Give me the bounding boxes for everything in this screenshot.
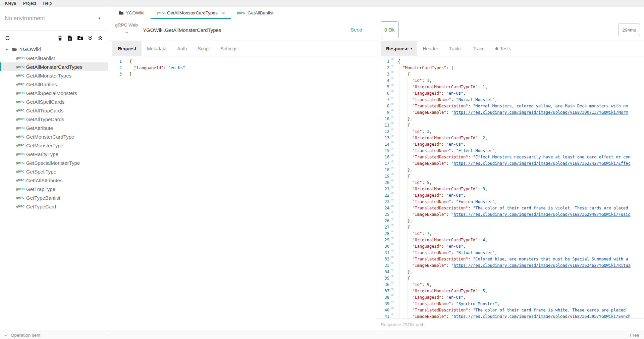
line-number: 33 bbox=[376, 262, 389, 269]
explorer-item[interactable]: gRPCGetRarityType bbox=[0, 150, 108, 158]
explorer-item[interactable]: gRPCGetSpecialMonsterType bbox=[0, 158, 108, 167]
explorer-item[interactable]: gRPCGetAllBanlist bbox=[0, 54, 108, 62]
tab-script[interactable]: Script bbox=[192, 41, 215, 56]
item-label: GetMonsterCardType bbox=[26, 134, 74, 140]
tab-request[interactable]: Request bbox=[112, 41, 142, 56]
explorer-item[interactable]: gRPCGetAllSpecialMonsters bbox=[0, 89, 108, 97]
code-line: }, bbox=[398, 269, 631, 275]
explorer-toolbar bbox=[0, 31, 108, 45]
refresh-icon[interactable] bbox=[5, 35, 10, 41]
explorer-item[interactable]: gRPCGetAllTypeCards bbox=[0, 115, 108, 124]
code-line: "Id": 1, bbox=[398, 78, 631, 84]
menu-kreya[interactable]: Kreya bbox=[5, 1, 16, 6]
line-number: 23 bbox=[376, 199, 389, 205]
line-number: 7 bbox=[376, 97, 389, 103]
code-line: "LanguageId": "en-Us" bbox=[129, 65, 185, 71]
explorer-item[interactable]: gRPCGetAllMonsterTypes bbox=[0, 71, 108, 80]
explorer-item[interactable]: gRPCGetAllTrapCards bbox=[0, 106, 108, 115]
code-line: }, bbox=[398, 218, 631, 224]
tab-trace[interactable]: Trace bbox=[468, 41, 490, 56]
line-number: 37 bbox=[376, 288, 389, 294]
line-number: 26 bbox=[376, 218, 389, 224]
tab-header[interactable]: Header bbox=[417, 41, 443, 56]
tab-metadata[interactable]: Metadata bbox=[142, 41, 172, 56]
line-number: 10 bbox=[376, 116, 389, 122]
response-code: { "MonsterCardTypes": [ { "Id": 1, "Orig… bbox=[398, 58, 631, 318]
explorer-item[interactable]: gRPCGetTypeBanlist bbox=[0, 193, 108, 202]
response-json-path-input[interactable]: Response JSON path bbox=[376, 318, 644, 331]
line-number: 22 bbox=[376, 192, 389, 199]
send-button[interactable]: Send bbox=[351, 27, 362, 33]
grpc-badge: gRPC bbox=[16, 100, 26, 103]
grpc-badge: gRPC bbox=[16, 109, 26, 112]
expand-all-icon[interactable] bbox=[87, 35, 93, 41]
grpc-badge: gRPC bbox=[16, 152, 26, 156]
explorer-item[interactable]: gRPCGetAllSpellCards bbox=[0, 97, 108, 106]
line-number: 11 bbox=[376, 122, 389, 129]
explorer-item[interactable]: gRPCGetMonsterCardType bbox=[0, 132, 108, 141]
tab-getallmonstercardtypes[interactable]: gRPC GetAllMonsterCardTypes × bbox=[151, 7, 231, 19]
tab-settings[interactable]: Settings bbox=[215, 41, 243, 56]
explorer-item[interactable]: gRPCGetTypeCard bbox=[0, 202, 108, 211]
item-label: GetAllMonsterTypes bbox=[26, 73, 71, 79]
response-duration-badge: 294ms bbox=[618, 23, 640, 36]
menu-help[interactable]: Help bbox=[43, 1, 52, 6]
statusbar: ✓ Operation sent Free bbox=[0, 331, 644, 339]
tab-ygowiki[interactable]: YGOWiki bbox=[113, 7, 151, 19]
folder-plus-icon[interactable] bbox=[77, 35, 83, 41]
collapse-all-icon[interactable] bbox=[97, 35, 103, 41]
trash-icon[interactable] bbox=[57, 35, 63, 41]
code-line: "TranslatedDescription": "Normal Monster… bbox=[398, 103, 631, 109]
line-number: 14 bbox=[376, 141, 389, 148]
code-line: "ImageExample": "https://res.cloudinary.… bbox=[398, 211, 631, 218]
code-line: "ImageExample": "https://res.cloudinary.… bbox=[398, 109, 631, 116]
status-message: Operation sent bbox=[11, 333, 41, 338]
explorer-item[interactable]: gRPCGetAttribute bbox=[0, 124, 108, 132]
grpc-badge: gRPC bbox=[16, 144, 26, 147]
caret-down-icon: ▾ bbox=[411, 47, 412, 50]
item-label: GetAllTypeCards bbox=[26, 116, 64, 122]
code-line: "OriginalMonsterCardTypeId": 5, bbox=[398, 288, 631, 294]
tab-tests[interactable]: Tests bbox=[490, 41, 517, 56]
code-line: { bbox=[129, 58, 185, 65]
explorer-item[interactable]: gRPCGetMonsterType bbox=[0, 141, 108, 150]
tab-getallbanlist[interactable]: gRPC GetAllBanlist bbox=[231, 7, 280, 19]
code-line: "TranslatedName": "Effect Monster", bbox=[398, 148, 631, 154]
response-status-badge[interactable]: 0 Ok bbox=[381, 21, 398, 38]
tab-auth[interactable]: Auth bbox=[172, 41, 193, 56]
item-label: GetAttribute bbox=[26, 125, 53, 131]
panel-divider[interactable] bbox=[376, 19, 376, 331]
item-label: GetAllSpecialMonsters bbox=[26, 90, 77, 96]
close-icon[interactable]: × bbox=[222, 10, 225, 15]
request-editor[interactable]: 123 { "LanguageId": "en-Us"} bbox=[108, 56, 376, 331]
environment-select[interactable]: No environment ▾ bbox=[0, 7, 108, 31]
tab-trailer[interactable]: Trailer bbox=[443, 41, 467, 56]
response-editor[interactable]: 1234567891011121314151617181920212223242… bbox=[376, 56, 644, 318]
explorer-item[interactable]: gRPCGettAllAttributes bbox=[0, 176, 108, 185]
tab-response[interactable]: Response ▾ bbox=[381, 41, 417, 56]
code-line: { bbox=[398, 71, 631, 78]
line-number: 1 bbox=[108, 58, 122, 65]
explorer-item[interactable]: gRPCGetAllRarities bbox=[0, 80, 108, 89]
tree-root-ygowiki[interactable]: YGOWiki bbox=[0, 45, 108, 54]
file-plus-icon[interactable] bbox=[67, 35, 73, 41]
line-number: 12 bbox=[376, 129, 389, 135]
code-line: "LanguageId": "en-Us", bbox=[398, 294, 631, 301]
code-line: "ImageExample": "https://res.cloudinary.… bbox=[398, 160, 631, 167]
line-number: 29 bbox=[376, 237, 389, 243]
grpc-badge: gRPC bbox=[16, 187, 26, 191]
line-number: 28 bbox=[376, 231, 389, 237]
json-path-placeholder: Response JSON path bbox=[381, 322, 425, 327]
tab-label: YGOWiki bbox=[126, 10, 145, 15]
explorer-item[interactable]: gRPCGetTrapType bbox=[0, 185, 108, 193]
code-line: } bbox=[129, 71, 185, 78]
line-number: 35 bbox=[376, 275, 389, 282]
menu-project[interactable]: Project bbox=[23, 1, 36, 6]
code-line: "ImageExample": "https://res.cloudinary.… bbox=[398, 262, 631, 269]
explorer-item[interactable]: gRPCGetAllMonsterCardTypes bbox=[0, 62, 108, 71]
grpc-badge: gRPC bbox=[16, 117, 26, 121]
code-line: "TranslatedName": "Normal Monster", bbox=[398, 97, 631, 103]
request-code: { "LanguageId": "en-Us"} bbox=[129, 58, 185, 78]
protocol-selector[interactable]: gRPC Web → bbox=[112, 22, 141, 34]
explorer-item[interactable]: gRPCGetSpellType bbox=[0, 167, 108, 176]
